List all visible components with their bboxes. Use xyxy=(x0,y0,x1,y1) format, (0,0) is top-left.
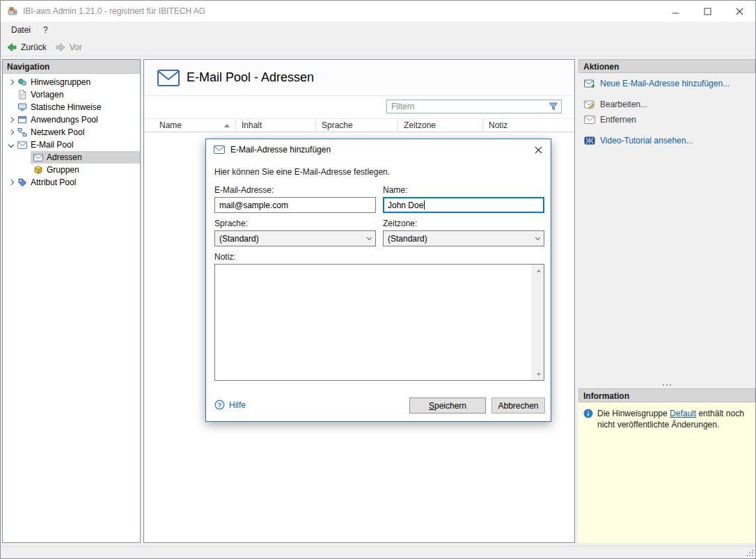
dialog-title: E-Mail-Adresse hinzufügen xyxy=(230,145,331,155)
help-link[interactable]: Hilfe xyxy=(214,400,246,410)
dialog-titlebar: E-Mail-Adresse hinzufügen xyxy=(206,139,551,160)
nav-item-label: Anwendungs Pool xyxy=(31,115,98,125)
column-header-notiz[interactable]: Notiz xyxy=(483,119,574,132)
action-label: Entfernen xyxy=(600,115,636,125)
column-label: Inhalt xyxy=(242,120,262,130)
filter-input[interactable] xyxy=(387,100,549,113)
sort-ascending-icon xyxy=(224,124,230,127)
dropdown-button[interactable] xyxy=(363,231,375,246)
toolbar: Zurück Vor xyxy=(1,38,755,56)
action-edit[interactable]: Bearbeiten... xyxy=(578,97,755,112)
forward-button[interactable]: Vor xyxy=(55,42,82,53)
column-header-sprache[interactable]: Sprache xyxy=(316,119,398,132)
menu-help[interactable]: ? xyxy=(37,23,54,37)
scrollbar[interactable] xyxy=(532,265,544,380)
timezone-select-value: (Standard) xyxy=(388,234,427,244)
info-text-before: Die Hinweisgruppe xyxy=(597,409,670,418)
forward-label: Vor xyxy=(70,42,82,52)
action-label: Neue E-Mail-Adresse hinzufügen... xyxy=(600,79,730,88)
navigation-panel: Navigation Hinweisgruppen Vorlagen Stati… xyxy=(2,59,141,543)
expand-toggle[interactable] xyxy=(6,118,16,122)
save-button[interactable]: Speichern xyxy=(409,397,486,414)
note-input[interactable] xyxy=(214,264,544,381)
language-label: Sprache: xyxy=(214,219,248,228)
actions-panel: Neue E-Mail-Adresse hinzufügen... Bearbe… xyxy=(578,73,755,388)
video-icon xyxy=(584,136,595,145)
minimize-button[interactable] xyxy=(659,1,691,22)
panel-splitter-handle[interactable] xyxy=(578,384,755,386)
network-icon xyxy=(17,127,27,137)
action-remove[interactable]: Entfernen xyxy=(578,112,755,127)
column-header-name[interactable]: Name xyxy=(144,119,236,132)
nav-item-label: Statische Hinweise xyxy=(31,102,101,112)
resize-grip[interactable] xyxy=(746,549,754,557)
back-arrow-icon xyxy=(6,42,17,53)
nav-item-statische-hinweise[interactable]: Statische Hinweise xyxy=(3,101,140,113)
column-header-zeitzone[interactable]: Zeitzone xyxy=(398,119,483,132)
minimize-icon xyxy=(672,8,679,15)
back-label: Zurück xyxy=(21,42,47,52)
navigation-header: Navigation xyxy=(3,60,140,74)
box-icon xyxy=(33,165,43,175)
filter-box xyxy=(386,100,562,113)
actions-header: Aktionen xyxy=(578,59,755,73)
action-new-email-address[interactable]: Neue E-Mail-Adresse hinzufügen... xyxy=(578,76,755,91)
maximize-button[interactable] xyxy=(691,1,723,22)
save-label-rest: peichern xyxy=(434,401,466,411)
envelope-icon xyxy=(584,116,595,124)
group-icon xyxy=(17,77,27,87)
column-label: Name xyxy=(159,120,182,130)
menu-datei[interactable]: Datei xyxy=(5,23,37,37)
collapse-toggle[interactable] xyxy=(6,143,16,147)
back-button[interactable]: Zurück xyxy=(6,42,47,53)
cancel-button[interactable]: Abbrechen xyxy=(491,397,545,414)
nav-item-netzwerk-pool[interactable]: Netzwerk Pool xyxy=(3,126,140,139)
envelope-add-icon xyxy=(584,79,595,88)
email-input[interactable] xyxy=(214,197,376,213)
close-icon xyxy=(535,146,542,154)
nav-item-gruppen[interactable]: Gruppen xyxy=(31,164,140,176)
language-select[interactable]: (Standard) xyxy=(214,230,376,246)
action-video-tutorial[interactable]: Video-Tutorial ansehen... xyxy=(578,133,755,148)
nav-item-adressen[interactable]: Adressen xyxy=(31,151,140,164)
dropdown-button[interactable] xyxy=(531,231,544,246)
page-header: E-Mail Pool - Adressen xyxy=(144,60,574,96)
maximize-icon xyxy=(704,8,711,15)
chevron-right-icon xyxy=(8,180,14,185)
chevron-right-icon xyxy=(8,129,14,135)
expand-toggle[interactable] xyxy=(6,180,16,184)
scroll-up-button[interactable] xyxy=(533,265,544,276)
chevron-right-icon xyxy=(8,79,14,85)
timezone-select[interactable]: (Standard) xyxy=(383,230,544,246)
timezone-label: Zeitzone: xyxy=(383,219,417,228)
document-icon xyxy=(17,90,27,100)
default-link[interactable]: Default xyxy=(670,409,696,418)
nav-item-vorlagen[interactable]: Vorlagen xyxy=(3,88,140,101)
text-caret xyxy=(424,200,425,210)
statusbar xyxy=(1,546,755,558)
tag-icon xyxy=(17,178,27,187)
nav-item-email-pool[interactable]: E-Mail Pool xyxy=(3,139,140,151)
dialog-close-button[interactable] xyxy=(526,139,551,160)
window-title: IBI-aws Admin 1.21.0 - registriert für I… xyxy=(23,6,205,16)
expand-toggle[interactable] xyxy=(6,130,16,134)
expand-toggle[interactable] xyxy=(6,80,16,84)
nav-item-hinweisgruppen[interactable]: Hinweisgruppen xyxy=(3,76,140,88)
chevron-down-icon xyxy=(535,235,540,240)
name-input[interactable]: John Doe xyxy=(383,197,544,213)
action-label: Bearbeiten... xyxy=(600,100,647,109)
dialog-envelope-icon xyxy=(214,145,225,154)
add-email-dialog: E-Mail-Adresse hinzufügen Hier können Si… xyxy=(205,139,551,422)
nav-item-attribut-pool[interactable]: Attribut Pool xyxy=(3,176,140,189)
filter-funnel-icon[interactable] xyxy=(549,102,558,111)
save-label-accel: S xyxy=(429,401,434,411)
nav-item-anwendungs-pool[interactable]: Anwendungs Pool xyxy=(3,113,140,126)
envelope-icon xyxy=(17,141,27,149)
column-header-inhalt[interactable]: Inhalt xyxy=(236,119,316,132)
email-label: E-Mail-Adresse: xyxy=(214,185,274,195)
name-label: Name: xyxy=(383,185,407,195)
scroll-down-button[interactable] xyxy=(533,368,544,380)
app-logo-icon xyxy=(7,6,18,17)
close-button[interactable] xyxy=(723,1,755,22)
monitor-icon xyxy=(17,102,27,112)
